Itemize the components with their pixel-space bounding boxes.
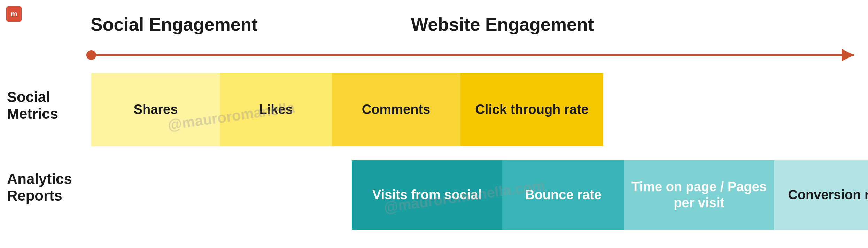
conversion-rate-box: Conversion rate	[774, 160, 868, 230]
visits-from-social-box: Visits from social	[352, 160, 502, 230]
arrow-head	[842, 49, 854, 61]
social-engagement-title: Social Engagement	[91, 14, 258, 35]
social-metrics-label: Social Metrics	[0, 89, 91, 122]
comments-box: Comments	[332, 73, 460, 146]
logo-text: m	[10, 9, 17, 18]
arrow-dot	[86, 50, 96, 60]
logo: m	[6, 6, 22, 22]
click-through-rate-box: Click through rate	[460, 73, 603, 146]
bounce-rate-box: Bounce rate	[502, 160, 624, 230]
likes-box: Likes	[220, 73, 332, 146]
arrow-line	[91, 54, 854, 56]
time-on-page-box: Time on page / Pages per visit	[624, 160, 774, 230]
analytics-reports-row: Visits from social Bounce rate Time on p…	[352, 160, 868, 230]
website-engagement-title: Website Engagement	[411, 14, 594, 35]
timeline-arrow	[91, 52, 854, 59]
analytics-reports-label: Analytics Reports	[0, 171, 91, 204]
social-metrics-row: Shares Likes Comments Click through rate	[91, 73, 603, 146]
shares-box: Shares	[91, 73, 220, 146]
